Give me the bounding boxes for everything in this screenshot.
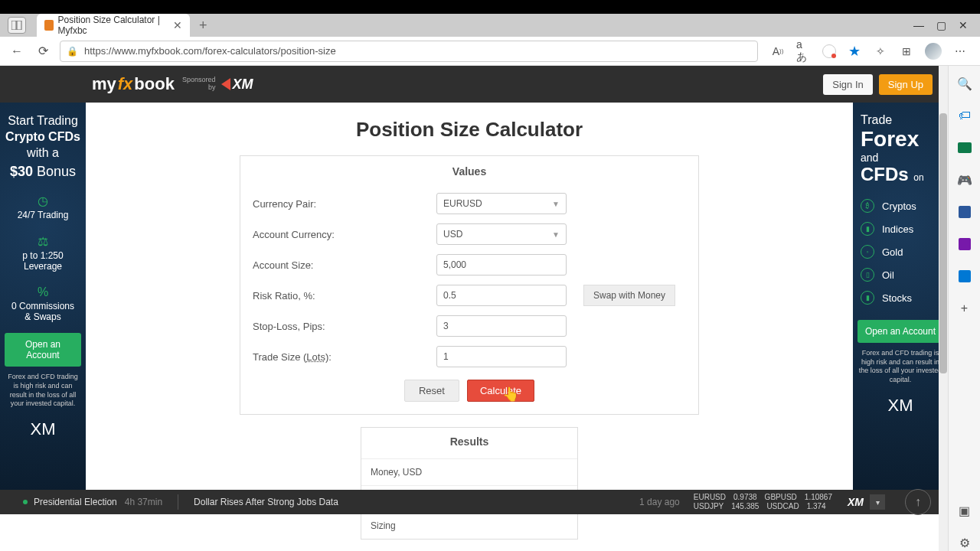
favorite-icon[interactable]: ★ (847, 44, 862, 59)
currency-pair-select[interactable]: EURUSD ▼ (436, 193, 567, 214)
collections-icon[interactable]: ✧ (873, 44, 888, 59)
url-text: https://www.myfxbook.com/forex-calculato… (84, 45, 336, 57)
list-item: ₿Cryptos (858, 194, 943, 217)
scale-icon: ⚖ (38, 234, 48, 249)
ad-right: Trade Forex and CFDs on ₿Cryptos ▮Indice… (853, 103, 948, 514)
settings-icon[interactable]: ⚙ (956, 534, 973, 551)
results-card: Results Money, USD Units Sizing (361, 427, 578, 540)
minimize-icon[interactable]: — (913, 19, 924, 31)
maximize-icon[interactable]: ▢ (936, 19, 946, 31)
oil-icon: ▯ (861, 268, 874, 282)
ticker-quotes: EURUSD0.9738GBPUSD1.10867 USDJPY145.385U… (694, 493, 832, 511)
list-item: ▮Indices (858, 217, 943, 240)
risk-ratio-label: Risk Ratio, %: (253, 290, 429, 302)
scroll-top-button[interactable]: ↑ (905, 489, 931, 515)
result-money: Money, USD (361, 458, 577, 485)
close-window-icon[interactable]: ✕ (959, 19, 968, 31)
onenote-icon[interactable] (956, 236, 973, 253)
main-content: Position Size Calculator Values Currency… (86, 103, 853, 514)
read-aloud-icon[interactable]: A)) (770, 44, 786, 59)
scrollbar-thumb[interactable] (939, 113, 947, 373)
lock-icon: 🔒 (67, 46, 78, 57)
account-size-input[interactable] (436, 254, 567, 276)
ticker-time-1: 4h 37min (125, 497, 162, 507)
ad-feat3: 0 Commissions& Swaps (11, 301, 74, 322)
ticker-news-1[interactable]: Presidential Election (34, 497, 117, 507)
page-title: Position Size Calculator (356, 118, 583, 142)
ad-feat1: 24/7 Trading (18, 210, 69, 220)
sidebar-toggle-icon[interactable]: ▣ (956, 502, 973, 519)
toolbar-right: A)) aあ ★ ✧ ⊞ ⋯ (766, 43, 972, 60)
account-currency-select[interactable]: USD ▼ (436, 223, 567, 245)
percent-icon: % (38, 285, 48, 299)
chevron-down-icon: ▼ (552, 200, 560, 208)
ad-left-cta-button[interactable]: Open an Account (5, 333, 81, 367)
ad-right-cta-button[interactable]: Open an Account (858, 320, 943, 343)
new-tab-button[interactable]: + (199, 18, 207, 34)
list-item: ▮Stocks (858, 286, 943, 309)
ticker-xm-logo[interactable]: XM (844, 496, 864, 508)
translate-icon[interactable]: aあ (796, 44, 812, 59)
extensions-icon[interactable]: ⊞ (899, 44, 914, 59)
page-content: my fx book Sponsored by XM Sign In Sign … (0, 66, 948, 551)
reset-button[interactable]: Reset (404, 380, 459, 402)
site-logo[interactable]: my fx book (92, 74, 175, 94)
xm-triangle-icon (221, 78, 230, 90)
ad-right-xm-logo: XM (888, 396, 913, 416)
refresh-button[interactable]: ⟳ (34, 42, 52, 60)
outlook-icon[interactable] (956, 268, 973, 285)
page-scrollbar[interactable] (939, 66, 948, 551)
calculator-form: Values Currency Pair: EURUSD ▼ Account C… (240, 155, 699, 415)
svg-rect-1 (17, 21, 21, 30)
tab-close-icon[interactable]: ✕ (173, 19, 182, 31)
address-input[interactable]: 🔒 https://www.myfxbook.com/forex-calcula… (60, 41, 758, 62)
trade-size-input[interactable] (436, 346, 567, 367)
svg-rect-0 (11, 21, 16, 30)
ticker-dropdown-icon[interactable]: ▾ (870, 494, 885, 510)
signin-button[interactable]: Sign In (823, 74, 872, 95)
values-heading: Values (240, 165, 698, 178)
ad-left-disclaimer: Forex and CFD trading is high risk and c… (5, 373, 81, 409)
ad-right-and: and (858, 152, 943, 164)
sponsored-label: Sponsored by (182, 77, 216, 92)
calculate-button[interactable]: Calculate (467, 380, 534, 402)
add-icon[interactable]: + (956, 300, 973, 317)
stocks-icon: ▮ (861, 291, 874, 305)
ad-left-xm-logo: XM (31, 419, 56, 439)
ticker-news-2[interactable]: Dollar Rises After Strong Jobs Data (194, 497, 338, 507)
search-icon[interactable]: 🔍 (956, 75, 973, 92)
ad-left-heading: Start Trading Crypto CFDs with a (5, 113, 80, 161)
ad-right-list: ₿Cryptos ▮Indices ◦Gold ▯Oil ▮Stocks (858, 194, 943, 309)
signup-button[interactable]: Sign Up (879, 74, 933, 95)
tools-icon[interactable] (956, 139, 973, 156)
chart-icon: ▮ (861, 222, 874, 236)
risk-ratio-input[interactable] (436, 285, 567, 306)
gold-icon: ◦ (861, 245, 874, 259)
ad-right-forex: Forex (858, 127, 943, 152)
tab-title: Position Size Calculator | Myfxbc (58, 15, 168, 36)
office-icon[interactable] (956, 204, 973, 220)
swap-money-button[interactable]: Swap with Money (583, 285, 675, 306)
ad-right-trade: Trade (858, 113, 943, 127)
result-sizing: Sizing (361, 512, 577, 539)
sponsor-logo[interactable]: XM (221, 77, 253, 93)
account-currency-label: Account Currency: (253, 229, 429, 240)
stop-loss-input[interactable] (436, 315, 567, 337)
divider (178, 494, 178, 510)
lots-link[interactable]: Lots (306, 351, 325, 363)
browser-tab-active[interactable]: Position Size Calculator | Myfxbc ✕ (37, 14, 190, 37)
games-icon[interactable]: 🎮 (956, 171, 973, 188)
stop-loss-label: Stop-Loss, Pips: (253, 321, 429, 332)
results-heading: Results (361, 428, 577, 448)
window-titlebar (0, 0, 980, 14)
tracking-icon[interactable] (822, 44, 836, 58)
favicon-icon (44, 20, 54, 31)
menu-icon[interactable]: ⋯ (952, 44, 968, 59)
shopping-icon[interactable]: 🏷 (956, 107, 973, 124)
ticker-time-2: 1 day ago (639, 497, 680, 507)
profile-avatar[interactable] (925, 43, 942, 60)
ad-right-cfds: CFDs on (858, 164, 943, 185)
crypto-icon: ₿ (861, 199, 874, 213)
tab-actions-button[interactable] (8, 17, 26, 34)
back-button[interactable]: ← (8, 42, 26, 60)
